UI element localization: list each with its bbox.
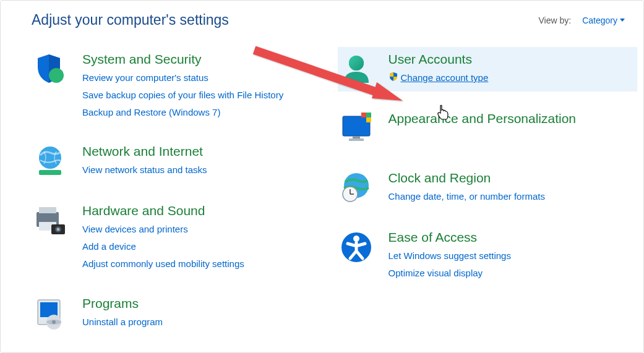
uac-shield-icon [389,70,398,87]
category-title[interactable]: Network and Internet [82,144,207,159]
category-network-internet[interactable]: Network and Internet View network status… [32,139,332,184]
svg-rect-20 [361,113,366,117]
svg-rect-22 [361,117,366,122]
svg-point-15 [349,56,364,70]
printer-camera-icon [32,202,69,239]
globe-clock-icon [338,169,375,206]
user-icon [338,51,375,88]
category-link[interactable]: Adjust commonly used mobility settings [82,255,244,273]
category-title[interactable]: System and Security [82,52,283,67]
category-title[interactable]: Programs [82,296,163,311]
category-title[interactable]: Ease of Access [389,230,511,245]
svg-point-0 [49,68,64,83]
svg-point-8 [57,228,60,231]
view-by-label: View by: [539,15,572,25]
globe-icon [32,143,69,180]
category-system-security[interactable]: System and Security Review your computer… [32,47,332,124]
category-clock-region[interactable]: Clock and Region Change date, time, or n… [338,166,638,210]
programs-icon [32,295,69,332]
svg-point-13 [52,320,56,324]
page-title: Adjust your computer's settings [32,12,229,28]
category-link[interactable]: Change date, time, or number formats [389,188,545,205]
category-ease-of-access[interactable]: Ease of Access Let Windows suggest setti… [338,225,638,286]
category-user-accounts[interactable]: User Accounts Change account type [338,47,638,91]
svg-rect-21 [366,113,371,117]
category-title[interactable]: Appearance and Personalization [389,111,577,126]
category-title[interactable]: User Accounts [389,52,489,67]
category-link[interactable]: View network status and tasks [82,161,207,179]
category-link-text: Change account type [401,72,489,83]
view-by-dropdown[interactable]: Category [582,15,625,25]
category-link[interactable]: Backup and Restore (Windows 7) [82,104,283,121]
svg-rect-2 [39,170,61,175]
category-title[interactable]: Hardware and Sound [82,203,244,218]
accessibility-icon [338,229,375,266]
category-appearance-personalization[interactable]: Appearance and Personalization [338,106,638,151]
shield-icon [32,51,69,88]
category-link[interactable]: Save backup copies of your files with Fi… [82,87,283,104]
category-programs[interactable]: Programs Uninstall a program [32,291,332,336]
svg-rect-18 [353,136,360,138]
svg-point-1 [39,147,61,169]
category-link[interactable]: Add a device [82,238,244,255]
cursor-pointer-icon [436,104,450,121]
svg-rect-23 [366,117,371,122]
category-link[interactable]: Uninstall a program [82,313,163,331]
chevron-down-icon [620,19,625,22]
svg-rect-4 [39,207,56,213]
monitor-icon [338,110,375,147]
change-account-type-link[interactable]: Change account type [389,69,489,87]
category-hardware-sound[interactable]: Hardware and Sound View devices and prin… [32,198,332,276]
svg-rect-19 [349,138,364,141]
category-link[interactable]: Let Windows suggest settings [389,247,511,265]
category-link[interactable]: Review your computer's status [82,69,283,87]
category-link[interactable]: View devices and printers [82,221,244,238]
view-by-text: Category [582,15,617,25]
category-title[interactable]: Clock and Region [389,171,545,185]
category-link[interactable]: Optimize visual display [389,265,511,282]
